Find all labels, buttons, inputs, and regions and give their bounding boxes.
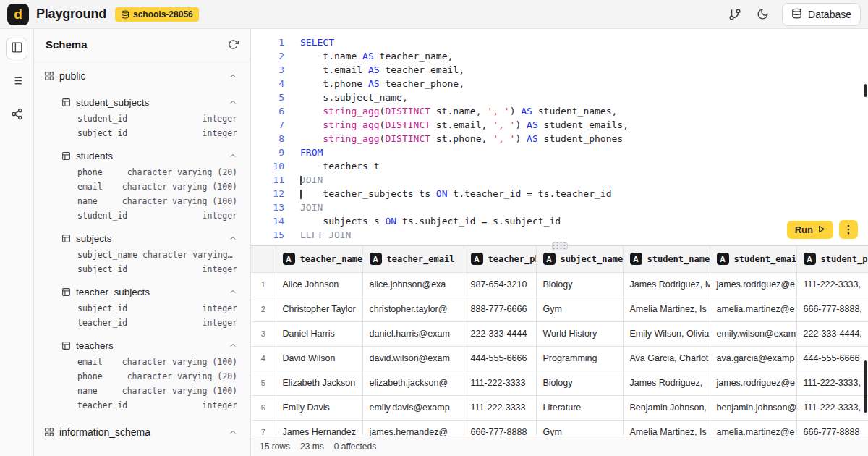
database-badge[interactable]: schools-28056 bbox=[115, 7, 199, 22]
text-type-icon: A bbox=[717, 253, 729, 265]
table-row[interactable]: 1Alice Johnsonalice.johnson@exa987-654-3… bbox=[251, 272, 868, 297]
editor-scrollbar-thumb[interactable] bbox=[864, 84, 867, 97]
schema-item-information_schema[interactable]: information_schema bbox=[34, 421, 250, 443]
column-item: subject_namecharacter varying (100) bbox=[34, 248, 250, 262]
table-cell: Programming bbox=[536, 346, 623, 371]
table-row[interactable]: 7James Hernandezjames.hernandez@666-777-… bbox=[251, 420, 868, 436]
chevron-up-icon bbox=[229, 234, 237, 242]
column-type: character varying (20) bbox=[127, 371, 237, 381]
column-item: teacher_idinteger bbox=[34, 316, 250, 330]
table-row[interactable]: 3Daniel Harrisdaniel.harris@exam222-333-… bbox=[251, 321, 868, 346]
table-cell: Benjamin Johnson, bbox=[623, 395, 710, 420]
column-name: subject_id bbox=[77, 264, 127, 274]
row-number: 2 bbox=[251, 297, 276, 321]
column-name: name bbox=[77, 196, 98, 206]
line-number: 1 bbox=[251, 35, 284, 49]
database-button[interactable]: Database bbox=[782, 3, 861, 26]
table-icon bbox=[61, 287, 71, 297]
logo-letter: d bbox=[14, 7, 22, 22]
column-header-label: teacher_phone bbox=[488, 254, 537, 264]
line-number: 7 bbox=[251, 118, 284, 132]
column-header-label: teacher_name bbox=[300, 254, 363, 264]
query-time: 23 ms bbox=[300, 442, 324, 452]
more-options-button[interactable]: ⋮ bbox=[839, 220, 858, 239]
column-header-label: subject_name bbox=[561, 254, 624, 264]
main-pane: 1SELECT2 t.name AS teacher_name,3 t.emai… bbox=[251, 29, 868, 456]
table-cell: christopher.taylor@ bbox=[362, 297, 464, 321]
table-item-teachers[interactable]: teachers bbox=[34, 336, 250, 355]
app-logo[interactable]: d bbox=[7, 4, 29, 25]
table-cell: benjamin.johnson@ bbox=[710, 395, 796, 420]
results-scrollbar-thumb[interactable] bbox=[864, 360, 867, 413]
column-header-teacher_phone[interactable]: Ateacher_phone bbox=[464, 246, 536, 272]
line-number: 15 bbox=[251, 228, 284, 242]
run-button[interactable]: Run bbox=[787, 221, 833, 239]
sql-editor[interactable]: 1SELECT2 t.name AS teacher_name,3 t.emai… bbox=[251, 29, 868, 246]
code-text: string_agg(DISTINCT st.name, ', ') AS st… bbox=[300, 104, 617, 118]
editor-line: 9FROM bbox=[251, 145, 868, 159]
line-number: 4 bbox=[251, 77, 284, 90]
table-cell: 444-555-6666 bbox=[464, 346, 536, 371]
table-name: teachers bbox=[76, 340, 114, 351]
editor-line: 13JOIN bbox=[251, 200, 868, 214]
github-icon[interactable] bbox=[727, 7, 743, 22]
column-header-student_phones[interactable]: Astudent_phones bbox=[796, 246, 868, 272]
pane-resize-handle[interactable] bbox=[552, 242, 568, 250]
table-cell: james.rodriguez@e bbox=[710, 272, 796, 297]
table-item-students[interactable]: students bbox=[34, 146, 250, 165]
table-row[interactable]: 2Christopher Taylorchristopher.taylor@88… bbox=[251, 297, 868, 321]
schema-panel-button[interactable] bbox=[6, 38, 27, 59]
line-number: 14 bbox=[251, 214, 284, 228]
theme-toggle-moon-icon[interactable] bbox=[754, 7, 770, 22]
column-item: student_idinteger bbox=[34, 208, 250, 223]
column-item: namecharacter varying (100) bbox=[34, 194, 250, 208]
column-item: emailcharacter varying (100) bbox=[34, 180, 250, 194]
schema-item-public[interactable]: public bbox=[34, 65, 250, 87]
table-item-student_subjects[interactable]: student_subjects bbox=[34, 93, 250, 111]
table-row[interactable]: 4David Wilsondavid.wilson@exam444-555-66… bbox=[251, 346, 868, 371]
chevron-up-icon bbox=[229, 72, 237, 80]
column-header-label: student_emails bbox=[734, 254, 797, 264]
table-row[interactable]: 5Elizabeth Jacksonelizabeth.jackson@111-… bbox=[251, 371, 868, 395]
editor-line: 5 s.subject_name, bbox=[251, 90, 868, 104]
line-number: 13 bbox=[251, 200, 284, 214]
column-type: integer bbox=[203, 114, 237, 124]
column-header-subject_name[interactable]: Asubject_name bbox=[536, 246, 623, 272]
table-cell: Biology bbox=[536, 272, 623, 297]
database-small-icon bbox=[121, 10, 129, 19]
table-cell: Alice Johnson bbox=[276, 272, 362, 297]
table-item-subjects[interactable]: subjects bbox=[34, 229, 250, 248]
table-cell: james.rodriguez@e bbox=[710, 371, 796, 395]
editor-line: 1SELECT bbox=[251, 35, 868, 49]
icon-rail bbox=[0, 29, 34, 456]
column-header-label: student_phones bbox=[821, 254, 868, 264]
column-header-teacher_email[interactable]: Ateacher_email bbox=[362, 246, 464, 272]
table-item-teacher_subjects[interactable]: teacher_subjects bbox=[34, 282, 250, 301]
table-cell: 444-555-6666 bbox=[796, 346, 868, 371]
row-count: 15 rows bbox=[260, 442, 290, 452]
affected-count: 0 affecteds bbox=[334, 442, 377, 452]
relations-view-button[interactable] bbox=[6, 104, 27, 126]
editor-line: 11JOIN bbox=[251, 173, 868, 187]
column-type: character varying (100) bbox=[122, 357, 237, 367]
table-name: student_subjects bbox=[76, 97, 149, 108]
schema-icon bbox=[44, 71, 54, 81]
column-item: phonecharacter varying (20) bbox=[34, 369, 250, 384]
table-cell: James Hernandez bbox=[276, 420, 362, 436]
list-view-button[interactable] bbox=[6, 71, 27, 93]
column-name: phone bbox=[77, 167, 103, 177]
line-number: 5 bbox=[251, 90, 284, 104]
refresh-icon[interactable] bbox=[228, 39, 239, 50]
table-cell: 666-777-8888 bbox=[796, 420, 868, 436]
column-item: subject_idinteger bbox=[34, 262, 250, 276]
table-row[interactable]: 6Emily Davisemily.davis@examp111-222-333… bbox=[251, 395, 868, 420]
column-type: character varying (20) bbox=[127, 167, 237, 177]
column-type: integer bbox=[203, 211, 237, 221]
column-header-student_emails[interactable]: Astudent_emails bbox=[710, 246, 796, 272]
text-type-icon: A bbox=[804, 253, 816, 265]
column-item: subject_idinteger bbox=[34, 301, 250, 316]
column-header-student_names[interactable]: Astudent_names bbox=[623, 246, 710, 272]
schema-sidebar: Schema publicstudent_subjectsstudent_idi… bbox=[34, 29, 251, 456]
table-cell: 888-777-6666 bbox=[464, 297, 536, 321]
column-header-teacher_name[interactable]: Ateacher_name bbox=[276, 246, 362, 272]
